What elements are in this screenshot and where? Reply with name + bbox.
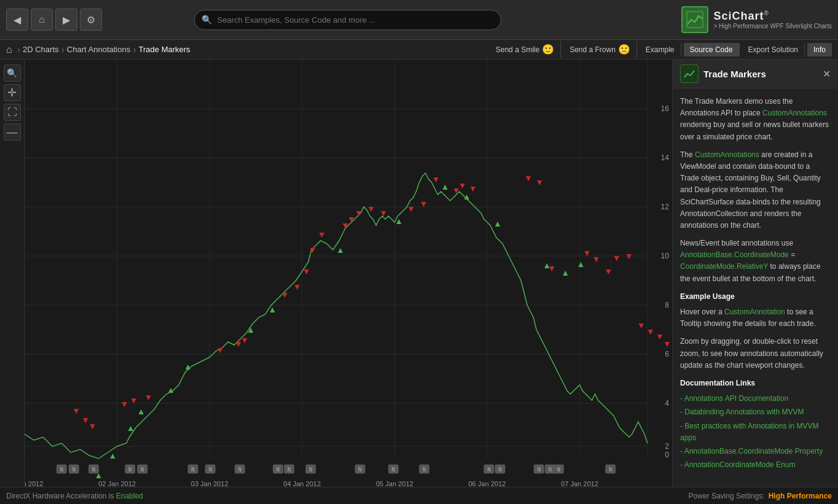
custom-annotations-link-2[interactable]: CustomAnnotations [695,150,759,159]
svg-text:06 Jan 2012: 06 Jan 2012 [468,480,506,487]
svg-text:N: N [208,467,211,473]
send-frown-button[interactable]: Send a Frown 🙁 [563,41,637,58]
svg-text:N: N [92,467,95,473]
coordinate-mode-link[interactable]: CoordinateMode.RelativeY [680,262,768,271]
custom-annotations-link-1[interactable]: CustomAnnotations [762,109,827,117]
example-tab[interactable]: Example [640,43,681,56]
svg-text:▲: ▲ [184,362,192,371]
svg-rect-1 [25,60,672,487]
chart-area[interactable]: 16 14 12 10 8 6 4 2 0 ▲ ▲ ▲ ▲ ▲ ▲ ▲ [25,60,672,487]
breadcrumb-chart-annotations[interactable]: Chart Annotations [67,45,130,54]
source-code-tab[interactable]: Source Code [684,43,740,56]
info-panel-header: Trade Markers ✕ [673,60,838,88]
svg-text:▼: ▼ [354,208,363,218]
power-label: Power Saving Settings: [689,492,765,500]
svg-text:N: N [60,467,63,473]
svg-text:N: N [288,467,291,473]
zoom-tool-button[interactable]: 🔍 [4,64,21,82]
info-panel-close-button[interactable]: ✕ [823,68,831,80]
settings-button[interactable]: ⚙ [80,9,102,31]
svg-text:▼: ▼ [646,327,655,336]
svg-text:N: N [191,467,194,473]
left-toolbar: 🔍 ✛ ⛶ — [0,60,25,487]
svg-text:▼: ▼ [419,199,428,209]
svg-text:03 Jan 2012: 03 Jan 2012 [191,480,229,487]
svg-text:8: 8 [665,301,669,309]
svg-text:▲: ▲ [109,451,117,460]
svg-text:▼: ▼ [469,184,477,193]
svg-text:N: N [549,467,552,473]
forward-button[interactable]: ▶ [55,9,77,31]
doc-link-1[interactable]: - Annotations API Documentation [680,393,831,405]
logo-icon [681,6,708,33]
svg-text:10: 10 [661,252,670,260]
logo-subtitle: > High Performance WPF Silverlight Chart… [713,23,832,29]
svg-text:▼: ▼ [637,320,646,330]
svg-text:N: N [141,467,144,473]
doc-link-3[interactable]: - Best practices with Annotations in MVV… [680,421,831,444]
search-bar: 🔍 [194,10,501,30]
svg-text:▲: ▲ [576,259,585,269]
svg-text:N: N [358,467,361,473]
svg-text:0: 0 [665,451,669,459]
send-smile-button[interactable]: Send a Smile 🙂 [490,41,561,58]
top-nav-bar: ◀ ⌂ ▶ ⚙ 🔍 SciChart® > High Performance W… [0,0,838,40]
svg-text:▼: ▼ [582,248,591,258]
fit-tool-button[interactable]: ⛶ [4,104,21,121]
svg-text:▼: ▼ [130,395,138,405]
info-content[interactable]: The Trade Markers demo uses the Annotati… [673,88,838,487]
svg-text:▲: ▲ [137,406,146,416]
svg-text:▲: ▲ [268,304,277,314]
custom-annotation-link[interactable]: CustomAnnotation [724,308,785,316]
svg-text:N: N [238,467,241,473]
svg-text:▲: ▲ [336,245,345,255]
breadcrumb-home[interactable]: ⌂ [6,44,12,55]
breadcrumb-bar: ⌂ › 2D Charts › Chart Annotations › Trad… [0,40,838,60]
svg-text:▼: ▼ [367,204,375,214]
svg-text:▲: ▲ [246,325,255,335]
doc-link-4[interactable]: - AnnotationBase.CoordinateMode Property [680,446,831,457]
search-icon: 🔍 [202,15,212,25]
info-para-3: News/Event bullet annotations use Annota… [680,238,831,285]
svg-text:▲: ▲ [166,385,175,395]
svg-text:N: N [609,467,612,473]
svg-text:▼: ▼ [144,392,153,402]
svg-text:▼: ▼ [302,266,311,276]
svg-text:05 Jan 2012: 05 Jan 2012 [376,480,413,487]
doc-link-2[interactable]: - Databinding Annotations with MVVM [680,406,831,418]
back-button[interactable]: ◀ [6,9,28,31]
doc-link-5[interactable]: - AnnotationCoordinateMode Enum [680,459,831,471]
smile-icon: 🙂 [542,44,554,55]
svg-text:01 Jan 2012: 01 Jan 2012 [25,480,43,487]
svg-text:▼: ▼ [216,345,224,355]
minus-tool-button[interactable]: — [4,123,21,141]
info-tab[interactable]: Info [807,43,832,56]
svg-text:4: 4 [665,399,669,408]
breadcrumb-2d-charts[interactable]: 2D Charts [23,45,59,54]
export-solution-button[interactable]: Export Solution [742,43,805,56]
svg-text:N: N [487,467,490,473]
svg-text:▼: ▼ [535,177,544,187]
svg-text:▼: ▼ [318,230,326,239]
info-panel-title: Trade Markers [703,69,766,79]
info-para-1: The Trade Markers demo uses the Annotati… [680,96,831,143]
main-content: 🔍 ✛ ⛶ — [0,60,838,487]
svg-text:▼: ▼ [524,173,533,183]
breadcrumb-sep-1: › [17,44,20,55]
example-usage-text-1: Hover over a CustomAnnotation to see a T… [680,306,831,330]
info-panel-icon [680,64,699,83]
example-usage-text-2: Zoom by dragging, or double-click to res… [680,336,831,371]
svg-text:▲: ▲ [441,182,450,192]
annotation-base-link[interactable]: AnnotationBase.CoordinateMode [680,250,789,259]
svg-text:N: N [309,467,312,473]
svg-text:▲: ▲ [561,268,570,277]
send-frown-label: Send a Frown [570,45,616,54]
breadcrumb-sep-3: › [133,44,136,55]
pan-tool-button[interactable]: ✛ [4,84,21,101]
logo-area: SciChart® > High Performance WPF Silverl… [681,6,832,33]
search-input[interactable] [194,10,501,30]
svg-text:16: 16 [661,104,670,113]
svg-text:▼: ▼ [432,174,441,184]
svg-text:6: 6 [665,350,669,359]
home-button[interactable]: ⌂ [31,9,53,31]
